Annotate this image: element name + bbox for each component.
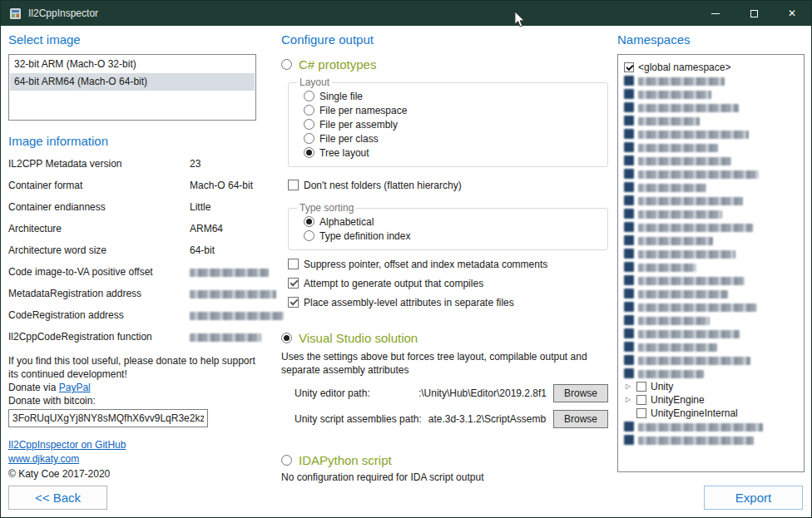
titlebar-drag-area[interactable] [98,1,696,26]
vs-radio[interactable]: Visual Studio solution [281,331,608,345]
titlebar[interactable]: Il2CppInspector ✕ [1,1,811,26]
checkbox-icon[interactable] [624,435,634,445]
namespace-item[interactable] [624,340,798,353]
namespace-item[interactable] [624,127,798,141]
namespace-item[interactable] [624,141,798,154]
namespaces-panel[interactable]: <global namespace> [617,54,805,472]
namespace-item[interactable] [624,154,798,167]
image-list-item[interactable]: 32-bit ARM (Mach-O 32-bit) [10,56,255,73]
radio-option[interactable]: Tree layout [304,146,601,160]
expander-icon[interactable]: ▷ [624,396,632,404]
namespace-item[interactable] [624,114,798,127]
namespace-item[interactable] [624,207,798,220]
checkbox-icon[interactable] [624,195,634,205]
namespace-item[interactable]: UnityEngineInternal [624,407,798,420]
checkbox-icon[interactable] [624,355,634,365]
minimize-button[interactable] [696,1,735,26]
redacted-text [638,157,731,165]
unity-editor-path-value: :\Unity\Hub\Editor\2019.2.8f1 [377,387,547,399]
namespace-item[interactable] [624,247,798,260]
namespace-item[interactable] [624,367,798,380]
checkbox-icon[interactable] [624,422,634,432]
namespace-item[interactable]: ▷ Unity [624,380,798,393]
namespace-item[interactable] [624,313,798,327]
checkbox-option[interactable]: Attempt to generate output that compiles [288,276,608,290]
radio-option[interactable]: File per assembly [304,117,601,131]
unity-editor-browse-button[interactable]: Browse [553,384,608,402]
close-button[interactable]: ✕ [773,1,811,26]
namespace-item[interactable] [624,220,798,234]
namespace-item[interactable] [624,87,798,101]
checkbox-icon[interactable] [624,76,634,86]
checkbox-icon[interactable] [624,102,634,112]
checkbox-icon[interactable] [624,302,634,312]
checkbox-icon[interactable] [624,62,634,72]
github-link[interactable]: Il2CppInspector on GitHub [8,439,126,451]
image-list-item[interactable]: 64-bit ARM64 (Mach-O 64-bit) [10,73,255,91]
namespace-item[interactable] [624,234,798,247]
checkbox-icon[interactable] [624,209,634,219]
export-button[interactable]: Export [704,486,803,510]
checkbox-icon[interactable] [624,249,634,259]
radio-option-label: File per assembly [319,119,398,131]
checkbox-icon[interactable] [624,182,634,192]
namespace-item[interactable] [624,433,798,446]
info-row-label: CodeRegistration address [8,309,190,321]
namespace-item[interactable] [624,101,798,114]
checkbox-icon [288,297,299,308]
namespace-item[interactable] [624,300,798,313]
checkbox-icon[interactable] [624,116,634,126]
checkbox-icon[interactable] [624,169,634,179]
checkbox-icon[interactable] [624,289,634,298]
checkbox-icon[interactable] [624,155,634,165]
checkbox-icon[interactable] [624,222,634,232]
namespace-item[interactable] [624,287,798,300]
namespace-item[interactable] [624,180,798,194]
checkbox-icon[interactable] [624,129,634,139]
checkbox-icon[interactable] [624,328,634,338]
radio-option[interactable]: File per namespace [304,103,601,117]
namespace-item[interactable] [624,353,798,367]
unity-script-browse-button[interactable]: Browse [553,410,608,428]
checkbox-option[interactable]: Suppress pointer, offset and index metad… [288,257,608,271]
namespace-item[interactable] [624,194,798,207]
radio-option[interactable]: File per class [304,131,601,146]
namespace-item[interactable] [624,167,798,180]
radio-option[interactable]: Alphabetical [304,215,601,229]
checkbox-icon[interactable] [624,235,634,245]
namespace-item-label [638,301,757,313]
checkbox-icon[interactable] [624,342,634,352]
namespace-item[interactable] [624,274,798,287]
bitcoin-address-input[interactable] [8,409,208,427]
checkbox-icon[interactable] [624,89,634,99]
maximize-button[interactable] [735,1,773,26]
namespace-item[interactable] [624,74,798,87]
redacted-text [638,277,745,285]
expander-icon[interactable]: ▷ [624,382,632,391]
radio-option[interactable]: Type definition index [304,229,601,243]
namespace-item[interactable]: ▷ UnityEngine [624,393,798,407]
namespace-item[interactable] [624,327,798,340]
checkbox-icon[interactable] [636,395,646,405]
checkbox-icon[interactable] [624,275,634,285]
checkbox-icon[interactable] [636,408,646,418]
csharp-radio[interactable]: C# prototypes [281,57,608,72]
namespace-item[interactable] [624,420,798,433]
checkbox-icon[interactable] [624,315,634,325]
ida-radio[interactable]: IDAPython script [281,453,608,467]
namespace-item[interactable] [624,260,798,274]
checkbox-icon[interactable] [624,368,634,378]
flatten-checkbox[interactable]: Don't nest folders (flatten hierarchy) [288,178,608,192]
website-link[interactable]: www.djkaty.com [8,453,79,465]
radio-icon [304,230,314,241]
namespace-item[interactable]: <global namespace> [624,61,798,74]
radio-option[interactable]: Single file [304,89,601,103]
paypal-link[interactable]: PayPal [59,382,91,393]
back-button[interactable]: << Back [8,486,107,510]
image-listbox[interactable]: 32-bit ARM (Mach-O 32-bit) 64-bit ARM64 … [8,54,256,121]
checkbox-option[interactable]: Place assembly-level attributes in separ… [288,295,608,309]
checkbox-icon[interactable] [636,382,646,392]
checkbox-icon[interactable] [624,262,634,272]
info-row-label: Container format [8,180,190,191]
checkbox-icon[interactable] [624,142,634,152]
